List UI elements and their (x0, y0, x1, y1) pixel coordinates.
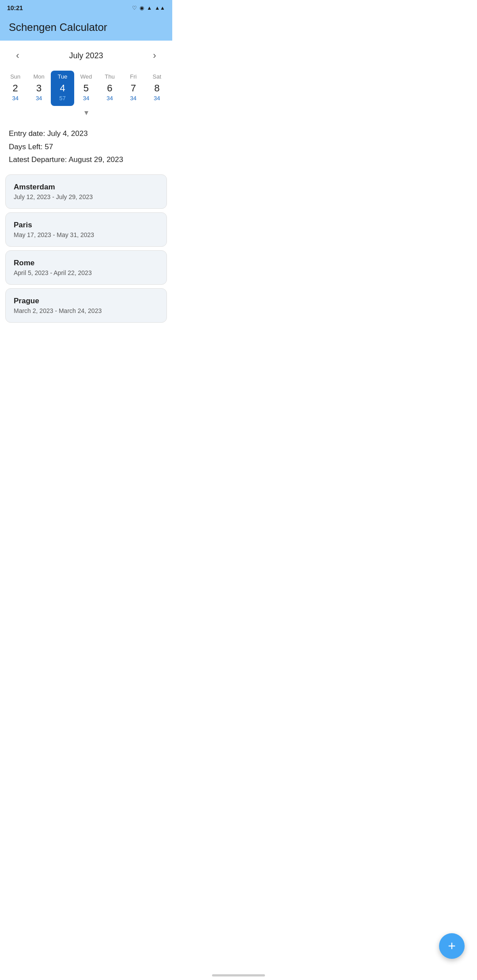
trip-card-2[interactable]: RomeApril 5, 2023 - April 22, 2023 (5, 250, 167, 285)
wifi-icon: ▲ (147, 5, 152, 11)
day-name: Tue (58, 73, 68, 80)
status-bar: 10:21 ♡ ◉ ▲ ▲▲ (0, 0, 172, 16)
entry-date-label: Entry date: July 4, 2023 (9, 128, 163, 139)
day-name: Mon (33, 73, 44, 80)
day-count: 34 (106, 95, 113, 102)
day-count: 34 (130, 95, 136, 102)
trip-dates: April 5, 2023 - April 22, 2023 (14, 269, 159, 276)
trip-dates: July 12, 2023 - July 29, 2023 (14, 193, 159, 200)
prev-month-button[interactable]: ‹ (9, 47, 26, 64)
latest-departure-label: Latest Departure: August 29, 2023 (9, 154, 163, 166)
trip-city: Prague (14, 297, 159, 305)
month-nav: ‹ July 2023 › (0, 41, 172, 71)
heart-icon: ♡ (132, 5, 137, 11)
day-number: 5 (83, 83, 89, 94)
day-count: 34 (83, 95, 89, 102)
day-count: 34 (154, 95, 160, 102)
day-name: Sat (153, 73, 162, 80)
status-icons: ♡ ◉ ▲ ▲▲ (132, 5, 165, 11)
trip-card-0[interactable]: AmsterdamJuly 12, 2023 - July 29, 2023 (5, 174, 167, 209)
calendar-day-2[interactable]: Sun234 (4, 71, 27, 106)
calendar-day-8[interactable]: Sat834 (145, 71, 169, 106)
day-name: Wed (80, 73, 92, 80)
day-name: Thu (105, 73, 114, 80)
expand-calendar-button[interactable]: ▾ (84, 108, 88, 117)
trip-city: Paris (14, 221, 159, 230)
day-number: 2 (13, 83, 18, 94)
trip-dates: May 17, 2023 - May 31, 2023 (14, 231, 159, 238)
notification-icon: ◉ (140, 5, 144, 11)
calendar-grid: Sun234Mon334Tue457Wed534Thu634Fri734Sat8… (0, 71, 172, 106)
app-title: Schengen Calculator (9, 21, 163, 34)
day-count: 57 (59, 95, 65, 102)
signal-icon: ▲▲ (155, 5, 165, 11)
calendar-day-4[interactable]: Tue457 (51, 71, 74, 106)
info-section: Entry date: July 4, 2023 Days Left: 57 L… (0, 122, 172, 170)
day-number: 8 (154, 83, 159, 94)
next-month-button[interactable]: › (146, 47, 163, 64)
calendar-day-3[interactable]: Mon334 (27, 71, 50, 106)
day-name: Sun (10, 73, 20, 80)
trips-section: AmsterdamJuly 12, 2023 - July 29, 2023Pa… (0, 170, 172, 327)
day-count: 34 (36, 95, 42, 102)
calendar-day-5[interactable]: Wed534 (74, 71, 98, 106)
trip-dates: March 2, 2023 - March 24, 2023 (14, 307, 159, 314)
day-number: 6 (107, 83, 112, 94)
status-time: 10:21 (7, 4, 23, 11)
expand-row: ▾ (0, 106, 172, 122)
trip-city: Amsterdam (14, 183, 159, 192)
app-bar: Schengen Calculator (0, 16, 172, 41)
calendar-day-6[interactable]: Thu634 (98, 71, 121, 106)
trip-card-1[interactable]: ParisMay 17, 2023 - May 31, 2023 (5, 212, 167, 247)
trip-city: Rome (14, 259, 159, 268)
day-number: 4 (60, 83, 65, 94)
calendar-section: ‹ July 2023 › Sun234Mon334Tue457Wed534Th… (0, 41, 172, 122)
days-left-label: Days Left: 57 (9, 141, 163, 153)
day-number: 3 (36, 83, 42, 94)
month-year-label: July 2023 (69, 51, 103, 60)
day-name: Fri (130, 73, 136, 80)
calendar-day-7[interactable]: Fri734 (121, 71, 145, 106)
day-number: 7 (131, 83, 136, 94)
trip-card-3[interactable]: PragueMarch 2, 2023 - March 24, 2023 (5, 288, 167, 323)
day-count: 34 (12, 95, 18, 102)
